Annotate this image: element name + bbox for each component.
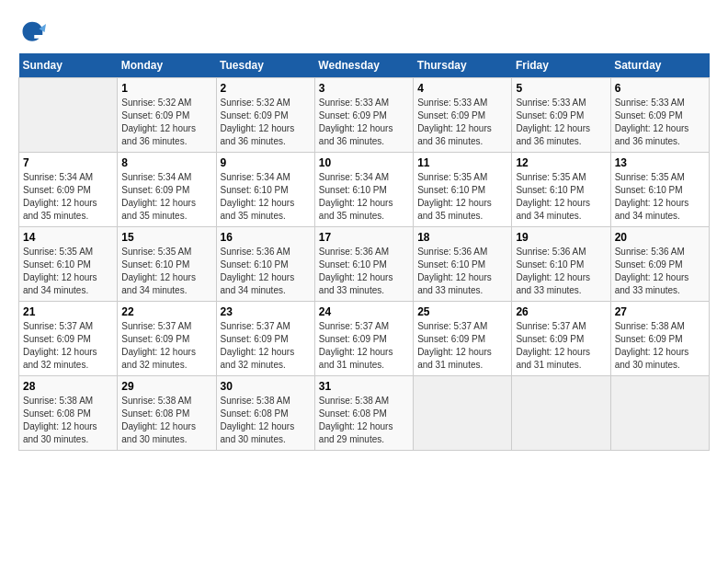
day-number: 10 — [319, 156, 409, 169]
daylight-text: Daylight: 12 hours — [121, 347, 196, 357]
daylight-text: Daylight: 12 hours — [121, 123, 196, 133]
day-cell: 18Sunrise: 5:36 AMSunset: 6:10 PMDayligh… — [414, 227, 512, 302]
day-detail: Sunrise: 5:36 AMSunset: 6:10 PMDaylight:… — [417, 246, 507, 297]
day-cell: 14Sunrise: 5:35 AMSunset: 6:10 PMDayligh… — [19, 227, 118, 302]
daylight-text: Daylight: 12 hours — [221, 272, 295, 282]
day-cell: 22Sunrise: 5:37 AMSunset: 6:09 PMDayligh… — [118, 302, 216, 376]
logo — [18, 18, 50, 46]
week-row-4: 21Sunrise: 5:37 AMSunset: 6:09 PMDayligh… — [19, 302, 710, 376]
sunrise-text: Sunrise: 5:37 AM — [516, 321, 586, 331]
header-cell-friday: Friday — [512, 53, 610, 78]
header-row: SundayMondayTuesdayWednesdayThursdayFrid… — [19, 53, 710, 78]
header-cell-sunday: Sunday — [19, 53, 118, 78]
sunrise-text: Sunrise: 5:33 AM — [516, 98, 586, 108]
daylight-text: Daylight: 12 hours — [121, 421, 196, 431]
day-detail: Sunrise: 5:36 AMSunset: 6:10 PMDaylight:… — [516, 246, 606, 297]
sunrise-text: Sunrise: 5:32 AM — [221, 98, 290, 108]
daylight-text: Daylight: 12 hours — [516, 198, 590, 208]
sunset-text: Sunset: 6:10 PM — [516, 259, 584, 270]
day-detail: Sunrise: 5:38 AMSunset: 6:09 PMDaylight:… — [615, 320, 705, 372]
daylight-text-2: and 31 minutes. — [319, 360, 384, 370]
day-number: 16 — [221, 231, 311, 244]
day-cell: 8Sunrise: 5:34 AMSunset: 6:09 PMDaylight… — [118, 153, 216, 227]
daylight-text-2: and 32 minutes. — [221, 360, 286, 370]
day-number: 13 — [615, 156, 705, 169]
day-cell: 5Sunrise: 5:33 AMSunset: 6:09 PMDaylight… — [512, 78, 610, 153]
daylight-text-2: and 33 minutes. — [417, 285, 483, 295]
calendar-header: SundayMondayTuesdayWednesdayThursdayFrid… — [19, 53, 710, 78]
day-number: 18 — [417, 231, 507, 244]
sunset-text: Sunset: 6:09 PM — [615, 334, 683, 344]
logo-icon — [18, 18, 46, 46]
daylight-text-2: and 35 minutes. — [417, 211, 483, 221]
daylight-text-2: and 35 minutes. — [221, 211, 286, 221]
day-number: 28 — [23, 380, 113, 393]
daylight-text: Daylight: 12 hours — [121, 272, 196, 282]
day-number: 20 — [615, 231, 705, 244]
sunrise-text: Sunrise: 5:35 AM — [23, 247, 93, 257]
sunset-text: Sunset: 6:09 PM — [615, 110, 683, 121]
day-detail: Sunrise: 5:34 AMSunset: 6:09 PMDaylight:… — [23, 171, 113, 223]
day-cell: 29Sunrise: 5:38 AMSunset: 6:08 PMDayligh… — [118, 376, 216, 451]
daylight-text-2: and 34 minutes. — [615, 211, 680, 221]
day-number: 5 — [516, 82, 606, 95]
day-detail: Sunrise: 5:37 AMSunset: 6:09 PMDaylight:… — [319, 320, 409, 372]
day-detail: Sunrise: 5:37 AMSunset: 6:09 PMDaylight:… — [121, 320, 211, 372]
day-cell: 20Sunrise: 5:36 AMSunset: 6:09 PMDayligh… — [610, 227, 709, 302]
sunset-text: Sunset: 6:09 PM — [516, 334, 584, 344]
sunset-text: Sunset: 6:10 PM — [417, 185, 485, 195]
day-cell: 23Sunrise: 5:37 AMSunset: 6:09 PMDayligh… — [216, 302, 314, 376]
daylight-text: Daylight: 12 hours — [221, 123, 295, 133]
day-cell: 1Sunrise: 5:32 AMSunset: 6:09 PMDaylight… — [118, 78, 216, 153]
day-detail: Sunrise: 5:34 AMSunset: 6:09 PMDaylight:… — [121, 171, 211, 223]
day-number: 9 — [221, 156, 311, 169]
day-number: 26 — [516, 305, 606, 318]
daylight-text: Daylight: 12 hours — [221, 421, 295, 431]
daylight-text: Daylight: 12 hours — [221, 198, 295, 208]
sunset-text: Sunset: 6:09 PM — [516, 110, 584, 121]
sunset-text: Sunset: 6:10 PM — [221, 185, 289, 195]
daylight-text-2: and 36 minutes. — [516, 136, 581, 146]
daylight-text-2: and 34 minutes. — [516, 211, 581, 221]
sunset-text: Sunset: 6:08 PM — [221, 408, 289, 419]
day-detail: Sunrise: 5:35 AMSunset: 6:10 PMDaylight:… — [417, 171, 507, 223]
sunrise-text: Sunrise: 5:35 AM — [516, 172, 586, 182]
sunset-text: Sunset: 6:10 PM — [417, 259, 485, 270]
day-cell — [610, 376, 709, 451]
day-detail: Sunrise: 5:34 AMSunset: 6:10 PMDaylight:… — [221, 171, 311, 223]
day-detail: Sunrise: 5:33 AMSunset: 6:09 PMDaylight:… — [615, 97, 705, 148]
day-number: 8 — [121, 156, 211, 169]
daylight-text-2: and 29 minutes. — [319, 434, 384, 444]
day-number: 12 — [516, 156, 606, 169]
day-number: 1 — [121, 82, 211, 95]
day-cell — [19, 78, 118, 153]
daylight-text-2: and 36 minutes. — [417, 136, 483, 146]
day-cell: 13Sunrise: 5:35 AMSunset: 6:10 PMDayligh… — [610, 153, 709, 227]
daylight-text-2: and 34 minutes. — [121, 285, 187, 295]
day-cell: 19Sunrise: 5:36 AMSunset: 6:10 PMDayligh… — [512, 227, 610, 302]
sunrise-text: Sunrise: 5:36 AM — [221, 247, 290, 257]
sunrise-text: Sunrise: 5:38 AM — [615, 321, 685, 331]
day-detail: Sunrise: 5:37 AMSunset: 6:09 PMDaylight:… — [516, 320, 606, 372]
day-number: 24 — [319, 305, 409, 318]
sunset-text: Sunset: 6:09 PM — [221, 110, 289, 121]
sunrise-text: Sunrise: 5:35 AM — [121, 247, 191, 257]
day-number: 6 — [615, 82, 705, 95]
sunrise-text: Sunrise: 5:35 AM — [417, 172, 487, 182]
daylight-text: Daylight: 12 hours — [319, 123, 393, 133]
day-cell: 31Sunrise: 5:38 AMSunset: 6:08 PMDayligh… — [314, 376, 413, 451]
sunset-text: Sunset: 6:09 PM — [23, 185, 91, 195]
day-number: 22 — [121, 305, 211, 318]
daylight-text: Daylight: 12 hours — [615, 198, 689, 208]
day-cell: 3Sunrise: 5:33 AMSunset: 6:09 PMDaylight… — [314, 78, 413, 153]
header — [18, 18, 710, 46]
day-cell: 21Sunrise: 5:37 AMSunset: 6:09 PMDayligh… — [19, 302, 118, 376]
sunset-text: Sunset: 6:08 PM — [23, 408, 91, 419]
calendar-body: 1Sunrise: 5:32 AMSunset: 6:09 PMDaylight… — [19, 78, 710, 451]
day-cell: 16Sunrise: 5:36 AMSunset: 6:10 PMDayligh… — [216, 227, 314, 302]
day-detail: Sunrise: 5:32 AMSunset: 6:09 PMDaylight:… — [221, 97, 311, 148]
day-detail: Sunrise: 5:33 AMSunset: 6:09 PMDaylight:… — [516, 97, 606, 148]
sunrise-text: Sunrise: 5:34 AM — [23, 172, 93, 182]
daylight-text: Daylight: 12 hours — [417, 347, 492, 357]
day-cell: 12Sunrise: 5:35 AMSunset: 6:10 PMDayligh… — [512, 153, 610, 227]
